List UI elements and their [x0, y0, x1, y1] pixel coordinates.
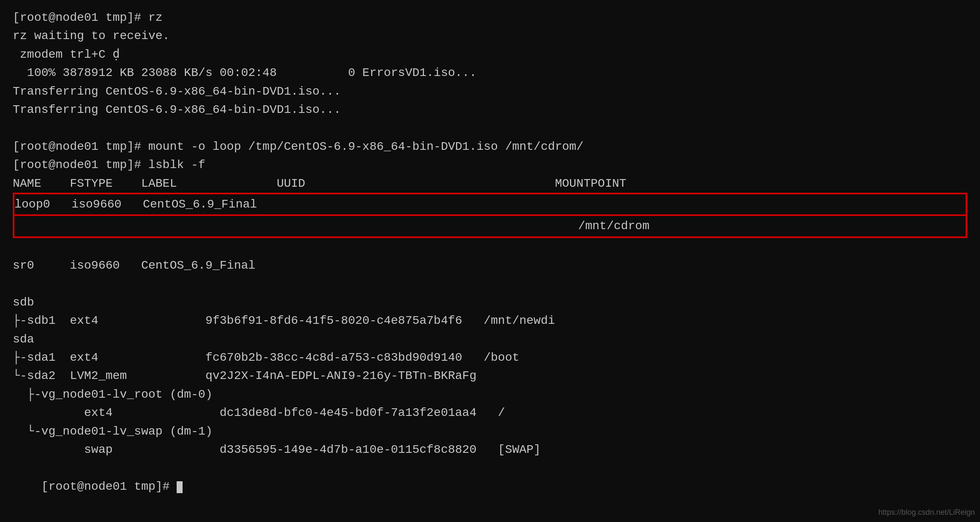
empty-line — [13, 238, 967, 256]
cdrom-mountpoint-line: /mnt/cdrom — [14, 215, 966, 237]
terminal-line: [root@node01 tmp]# rz — [13, 8, 967, 27]
loop0-line: loop0 iso9660 CentOS_6.9_Final — [14, 194, 966, 215]
terminal-line: 100% 3878912 KB 23088 KB/s 00:02:48 0 Er… — [13, 64, 967, 82]
vg-root-ext4-line: ext4 dc13de8d-bfc0-4e45-bd0f-7a13f2e01aa… — [13, 404, 967, 422]
sda1-line: ├-sda1 ext4 fc670b2b-38cc-4c8d-a753-c83b… — [13, 348, 967, 367]
terminal: [root@node01 tmp]# rz rz waiting to rece… — [13, 8, 967, 514]
terminal-line: Transferring CentOS-6.9-x86_64-bin-DVD1.… — [13, 101, 967, 119]
highlighted-section: loop0 iso9660 CentOS_6.9_Final /mnt/cdro… — [13, 193, 967, 238]
mount-command-line: [root@node01 tmp]# mount -o loop /tmp/Ce… — [13, 138, 967, 156]
empty-line — [13, 275, 967, 293]
prompt-line: [root@node01 tmp]# — [13, 459, 967, 514]
terminal-cursor — [177, 481, 183, 493]
sda-line: sda — [13, 330, 967, 348]
terminal-line: rz waiting to receive. — [13, 27, 967, 45]
sda2-line: └-sda2 LVM2_mem qv2J2X-I4nA-EDPL-ANI9-21… — [13, 367, 967, 385]
watermark: https://blog.csdn.net/LiReign — [879, 507, 975, 519]
sdb-line: sdb — [13, 293, 967, 312]
empty-line — [13, 119, 967, 137]
vg-swap-line: └-vg_node01-lv_swap (dm-1) — [13, 422, 967, 441]
vg-swap-swap-line: swap d3356595-149e-4d7b-a10e-0115cf8c882… — [13, 441, 967, 459]
terminal-line: zmodem trl+C ḍ — [13, 45, 967, 64]
lsblk-header-line: NAME FSTYPE LABEL UUID MOUNTPOINT — [13, 174, 967, 193]
terminal-line: Transferring CentOS-6.9-x86_64-bin-DVD1.… — [13, 82, 967, 101]
vg-root-line: ├-vg_node01-lv_root (dm-0) — [13, 385, 967, 404]
sdb1-line: ├-sdb1 ext4 9f3b6f91-8fd6-41f5-8020-c4e8… — [13, 312, 967, 330]
sr0-line: sr0 iso9660 CentOS_6.9_Final — [13, 256, 967, 275]
lsblk-command-line: [root@node01 tmp]# lsblk -f — [13, 156, 967, 174]
